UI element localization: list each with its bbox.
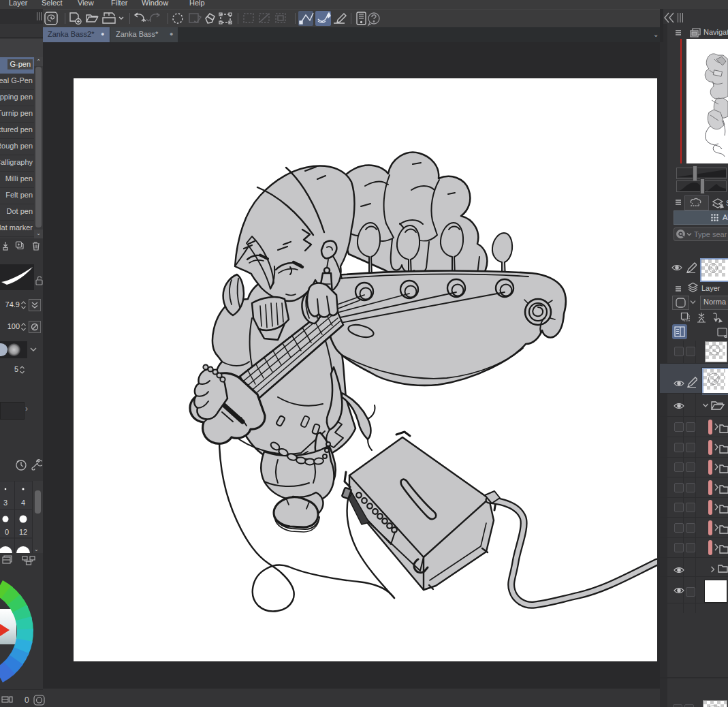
svg-text:3: 3 (3, 499, 7, 507)
svg-text:0: 0 (5, 528, 9, 536)
svg-text:0: 0 (25, 695, 29, 705)
svg-text:4: 4 (21, 499, 25, 507)
svg-text:12: 12 (19, 528, 27, 536)
